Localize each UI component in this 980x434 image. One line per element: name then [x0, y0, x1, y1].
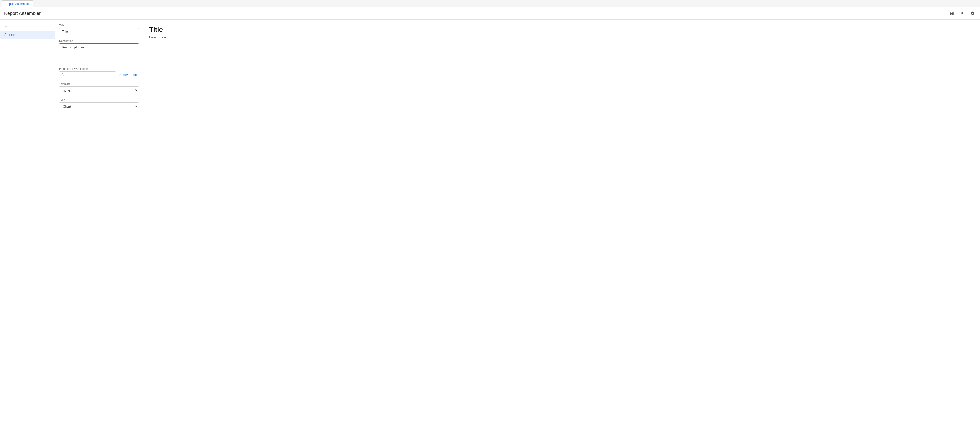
template-select[interactable]: none default custom	[59, 86, 139, 94]
main-layout: + Title Title Description Description	[0, 20, 980, 434]
add-item-button[interactable]: +	[2, 23, 10, 30]
sidebar: + Title	[0, 20, 55, 434]
svg-rect-1	[4, 35, 5, 35]
template-label: Template	[59, 82, 139, 85]
template-field-group: Template none default custom	[59, 82, 139, 94]
title-input[interactable]	[59, 28, 139, 35]
add-icon: +	[5, 24, 8, 29]
sidebar-item-label: Title	[9, 33, 15, 37]
preview-panel: Title Description	[143, 20, 980, 434]
sidebar-item-title[interactable]: Title	[0, 31, 55, 38]
path-field-group: Path of Analyzer Report Show report	[59, 67, 139, 78]
document-icon	[3, 33, 6, 37]
settings-button[interactable]	[969, 10, 976, 17]
type-label: Type	[59, 99, 139, 102]
preview-title: Title	[149, 26, 974, 34]
type-select[interactable]: Chart Table Text	[59, 102, 139, 110]
header-icons	[948, 10, 976, 17]
path-row: Show report	[59, 71, 139, 78]
svg-rect-0	[4, 35, 6, 35]
type-field-group: Type Chart Table Text	[59, 99, 139, 110]
path-search-input[interactable]	[59, 71, 116, 78]
description-label: Description	[59, 39, 139, 43]
page-title: Report Assembler	[4, 11, 41, 16]
description-field-group: Description Description	[59, 39, 139, 63]
preview-description: Description	[149, 35, 974, 39]
title-label: Title	[59, 24, 139, 27]
show-report-button[interactable]: Show report	[118, 72, 139, 78]
search-wrapper	[59, 71, 116, 78]
save-icon	[950, 11, 954, 16]
tab-bar: Report Assembler	[0, 0, 980, 7]
tab-label: Report Assembler	[5, 2, 30, 6]
app-header: Report Assembler	[0, 7, 980, 20]
tab-report-assembler[interactable]: Report Assembler	[2, 0, 33, 7]
path-label: Path of Analyzer Report	[59, 67, 139, 70]
download-icon	[960, 11, 964, 16]
save-button[interactable]	[948, 10, 956, 17]
download-button[interactable]	[959, 10, 966, 17]
title-field-group: Title	[59, 24, 139, 35]
settings-icon	[970, 11, 975, 16]
description-input[interactable]: Description	[59, 43, 139, 62]
form-panel: Title Description Description Path of An…	[55, 20, 143, 434]
